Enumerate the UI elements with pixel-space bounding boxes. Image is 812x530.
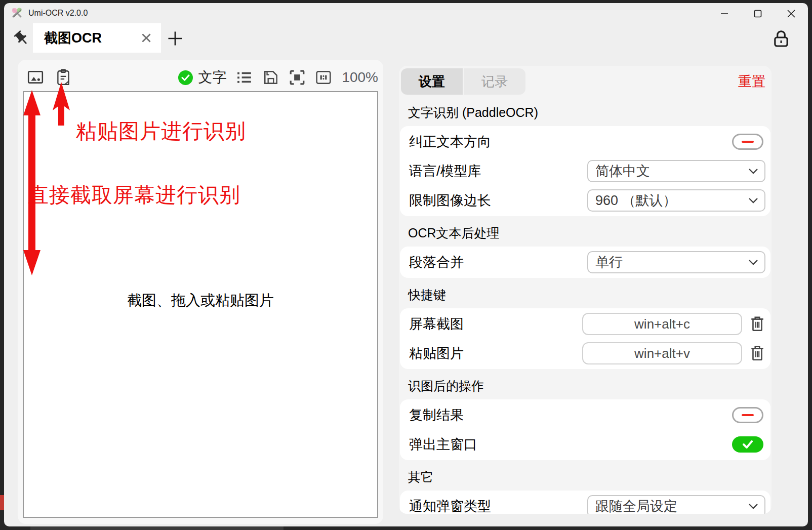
paragraph-merge-value: 单行 <box>595 253 748 271</box>
screenshot-hotkey-label: 屏幕截图 <box>409 315 582 333</box>
chevron-down-icon <box>748 503 758 509</box>
background-red-sliver <box>0 495 4 510</box>
language-select[interactable]: 简体中文 <box>587 160 765 182</box>
language-label: 语言/模型库 <box>409 162 587 180</box>
drop-hint-text: 截图、拖入或粘贴图片 <box>24 291 377 311</box>
section-ocr-engine: 文字识别 (PaddleOCR) <box>408 104 772 121</box>
capture-toolbar: 文字 <box>27 64 378 91</box>
new-tab-button[interactable] <box>164 27 186 50</box>
group-post-process: 段落合并 单行 <box>400 247 770 278</box>
row-screenshot-hotkey: 屏幕截图 win+alt+c <box>400 309 770 339</box>
titlebar: Umi-OCR v2.0.0 <box>4 3 808 23</box>
trash-icon <box>750 316 764 332</box>
notify-type-value: 跟随全局设定 <box>595 497 748 514</box>
close-button[interactable] <box>775 3 808 24</box>
image-drop-area[interactable]: 截图、拖入或粘贴图片 <box>23 91 378 518</box>
pin-icon <box>10 26 34 51</box>
zoom-level: 100% <box>342 69 378 86</box>
tab-screenshot-ocr[interactable]: 截图OCR <box>33 23 161 53</box>
popup-main-window-toggle[interactable] <box>732 436 763 453</box>
app-icon <box>11 7 23 19</box>
section-hotkeys: 快捷键 <box>408 287 772 303</box>
max-side-value: 960 （默认） <box>595 191 748 210</box>
background-blur <box>30 526 283 530</box>
settings-panel: 设置 记录 重置 文字识别 (PaddleOCR) 纠正文本方向 语言/模型库 … <box>399 66 772 514</box>
correct-direction-toggle[interactable] <box>732 134 763 150</box>
row-correct-direction: 纠正文本方向 <box>400 127 770 156</box>
tab-bar: 截图OCR <box>4 23 808 53</box>
copy-result-toggle[interactable] <box>732 407 763 423</box>
lock-icon <box>773 29 790 49</box>
toggle-off-dash <box>742 414 754 416</box>
row-language: 语言/模型库 简体中文 <box>400 156 770 186</box>
trash-icon <box>750 345 764 361</box>
notify-type-select[interactable]: 跟随全局设定 <box>587 495 765 514</box>
chevron-down-icon <box>748 168 758 174</box>
popup-main-window-label: 弹出主窗口 <box>409 435 732 454</box>
plus-icon <box>166 29 184 48</box>
annotation-paste-tip: 粘贴图片进行识别 <box>76 117 246 145</box>
tab-close-button[interactable] <box>140 31 153 45</box>
screenshot-hotkey-button[interactable]: win+alt+c <box>582 313 742 335</box>
row-paragraph-merge: 段落合并 单行 <box>400 248 770 277</box>
section-after-ocr: 识图后的操作 <box>408 378 772 394</box>
maximize-button[interactable] <box>741 3 775 24</box>
group-ocr-engine: 纠正文本方向 语言/模型库 简体中文 限制图像边长 960 （默认） <box>400 126 770 216</box>
correct-direction-label: 纠正文本方向 <box>409 133 732 151</box>
paste-hotkey-label: 粘贴图片 <box>409 344 582 362</box>
copy-result-label: 复制结果 <box>409 406 732 424</box>
window-title: Umi-OCR v2.0.0 <box>28 9 88 18</box>
screenshot-hotkey-clear-button[interactable] <box>749 315 765 333</box>
ocr-status-label: 文字 <box>198 68 226 87</box>
row-popup-main-window: 弹出主窗口 <box>400 430 770 459</box>
tab-label: 截图OCR <box>44 29 102 47</box>
paste-hotkey-button[interactable]: win+alt+v <box>582 342 742 364</box>
result-list-button[interactable] <box>236 70 253 85</box>
row-max-side: 限制图像边长 960 （默认） <box>400 186 770 215</box>
close-icon <box>787 9 796 18</box>
row-notify-type: 通知弹窗类型 跟随全局设定 <box>400 492 770 514</box>
row-copy-result: 复制结果 <box>400 400 770 430</box>
notify-type-label: 通知弹窗类型 <box>409 497 587 514</box>
save-button[interactable] <box>263 69 279 86</box>
max-side-label: 限制图像边长 <box>409 191 587 210</box>
group-hotkeys: 屏幕截图 win+alt+c 粘贴图片 win+alt+v <box>400 308 770 369</box>
ocr-ready-icon <box>178 70 193 85</box>
screenshot-button[interactable] <box>27 69 44 86</box>
language-value: 简体中文 <box>595 162 748 180</box>
paste-image-button[interactable] <box>55 69 71 86</box>
max-side-select[interactable]: 960 （默认） <box>587 189 765 212</box>
maximize-icon <box>753 9 762 18</box>
check-icon <box>742 440 753 449</box>
tab-close-icon <box>140 31 153 45</box>
paragraph-merge-label: 段落合并 <box>409 253 587 271</box>
paste-hotkey-clear-button[interactable] <box>749 345 765 362</box>
zoom-ratio-button[interactable] <box>315 70 332 85</box>
lock-button[interactable] <box>773 29 790 49</box>
annotation-screenshot-tip: 直接截取屏幕进行识别 <box>28 181 240 209</box>
capture-area-button[interactable] <box>289 69 305 86</box>
toggle-off-dash <box>742 141 754 143</box>
minimize-icon <box>720 9 729 18</box>
app-window: Umi-OCR v2.0.0 <box>4 3 808 526</box>
tab-settings[interactable]: 设置 <box>401 68 463 95</box>
tab-history[interactable]: 记录 <box>464 68 525 95</box>
paragraph-merge-select[interactable]: 单行 <box>587 251 765 273</box>
pin-button[interactable] <box>11 27 32 50</box>
chevron-down-icon <box>748 197 758 203</box>
settings-panel-header: 设置 记录 重置 <box>401 67 768 96</box>
minimize-button[interactable] <box>708 3 741 24</box>
reset-button[interactable]: 重置 <box>738 72 765 91</box>
section-post-process: OCR文本后处理 <box>408 225 772 241</box>
section-other: 其它 <box>408 469 772 485</box>
row-paste-hotkey: 粘贴图片 win+alt+v <box>400 339 770 368</box>
chevron-down-icon <box>748 259 758 265</box>
group-other: 通知弹窗类型 跟随全局设定 <box>400 491 770 514</box>
group-after-ocr: 复制结果 弹出主窗口 <box>400 399 770 460</box>
